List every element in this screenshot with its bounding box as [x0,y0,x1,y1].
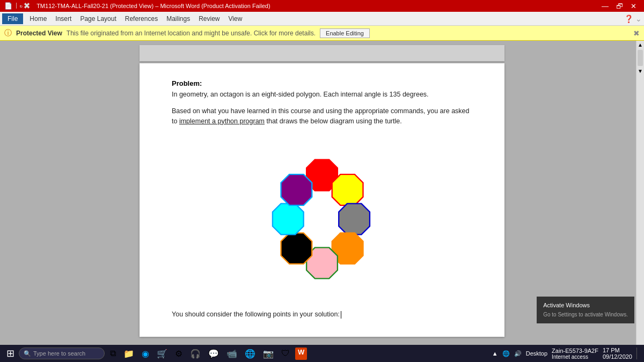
user-info: Zain-E5573-9A2F Internet access [552,348,598,360]
title-bar-controls: — 🗗 ✕ [598,2,640,10]
help-icon: ❓ [624,14,633,23]
title-bar: 📄 ⏐ ↻ ✖ TM112-TMA-ALL-Fall20-21 (Protect… [0,0,644,12]
scrollbar-right[interactable]: ▲ ▼ [636,41,644,345]
browser-icon[interactable]: 🌐 [243,348,258,360]
menu-bar: File Home Insert Page Layout References … [0,12,644,26]
paragraph1: In geometry, an octagon is an eight-side… [172,90,472,100]
store-icon[interactable]: 🛒 [155,348,170,360]
svg-marker-1 [332,174,363,205]
volume-icon: 🔊 [514,350,522,357]
diagram-area [172,132,472,304]
title-text: TM112-TMA-ALL-Fall20-21 (Protected View)… [36,3,270,9]
word-taskbar-icon[interactable]: W [295,348,307,360]
document-page: Problem: In geometry, an octagon is an e… [140,63,504,337]
svg-marker-5 [281,233,312,264]
taskbar: ⊞ 🔍 Type here to search ⧉ 📁 ◉ 🛒 ⚙ 🎧 💬 📹 … [0,345,644,362]
media-icon[interactable]: 🎧 [188,348,203,360]
clock: 17 PM 09/12/2020 [603,347,632,360]
protected-view-message: This file originated from an Internet lo… [67,29,316,37]
task-view-icon[interactable]: ⧉ [108,348,118,360]
expand-tray-icon[interactable]: ▲ [492,350,498,357]
network-icon: 🌐 [502,350,510,357]
protected-view-bar: ⓘ Protected View This file originated fr… [0,26,644,41]
zoom-icon[interactable]: 📹 [224,348,239,360]
search-bar[interactable]: 🔍 Type here to search [19,348,105,359]
start-button[interactable]: ⊞ [2,346,19,360]
protected-close-button[interactable]: ✖ [633,29,640,38]
doc-top-gray [140,45,504,61]
review-menu[interactable]: Review [194,13,224,24]
protected-icon: ⓘ [4,28,12,38]
references-menu[interactable]: References [121,13,162,24]
paragraph2: Based on what you have learned in this c… [172,106,472,127]
paragraph2-underline: implement a python program [179,117,265,125]
search-placeholder: Type here to search [33,350,85,357]
ribbon-toggle-icon[interactable]: ⌄ [635,14,642,23]
view-menu[interactable]: View [224,13,247,24]
svg-marker-6 [273,204,304,235]
security-icon[interactable]: 🛡 [279,348,292,360]
word-icon: 📄 [4,2,12,10]
settings-icon[interactable]: ⚙ [173,348,185,360]
main-area: Problem: In geometry, an octagon is an e… [0,41,644,345]
document-area: Problem: In geometry, an octagon is an e… [134,41,510,345]
show-desktop-button[interactable] [636,348,640,359]
activate-line2: Go to Settings to activate Windows. [543,311,628,319]
minimize-button[interactable]: — [598,2,612,10]
you-should-text: You should consider the following points… [172,309,472,320]
page-layout-menu[interactable]: Page Layout [76,13,120,24]
activate-windows-watermark: Activate Windows Go to Settings to activ… [537,297,634,323]
mailings-menu[interactable]: Mailings [162,13,194,24]
restore-button[interactable]: 🗗 [613,2,626,10]
text-cursor [341,311,341,319]
octagon-diagram [236,132,408,304]
close-button[interactable]: ✕ [627,2,640,10]
photos-icon[interactable]: 📷 [261,348,276,360]
problem-heading: Problem: [172,79,472,87]
home-menu[interactable]: Home [25,13,51,24]
svg-marker-2 [339,204,370,235]
search-icon: 🔍 [24,350,31,357]
file-menu[interactable]: File [2,13,23,24]
activate-line1: Activate Windows [543,301,628,311]
enable-editing-button[interactable]: Enable Editing [320,28,370,38]
protected-view-label: Protected View [16,29,62,37]
desktop-label: Desktop [526,350,547,357]
taskbar-right: ▲ 🌐 🔊 Desktop Zain-E5573-9A2F Internet a… [492,347,642,360]
title-bar-left: 📄 ⏐ ↻ ✖ TM112-TMA-ALL-Fall20-21 (Protect… [4,2,270,10]
insert-menu[interactable]: Insert [51,13,76,24]
discord-icon[interactable]: 💬 [206,348,221,360]
svg-marker-7 [281,174,312,205]
paragraph2-text-b: that draws the below diagram using the t… [265,117,402,125]
taskbar-icons: ⧉ 📁 ◉ 🛒 ⚙ 🎧 💬 📹 🌐 📷 🛡 W [108,348,307,360]
edge-icon[interactable]: ◉ [140,348,151,360]
explorer-icon[interactable]: 📁 [121,348,136,360]
